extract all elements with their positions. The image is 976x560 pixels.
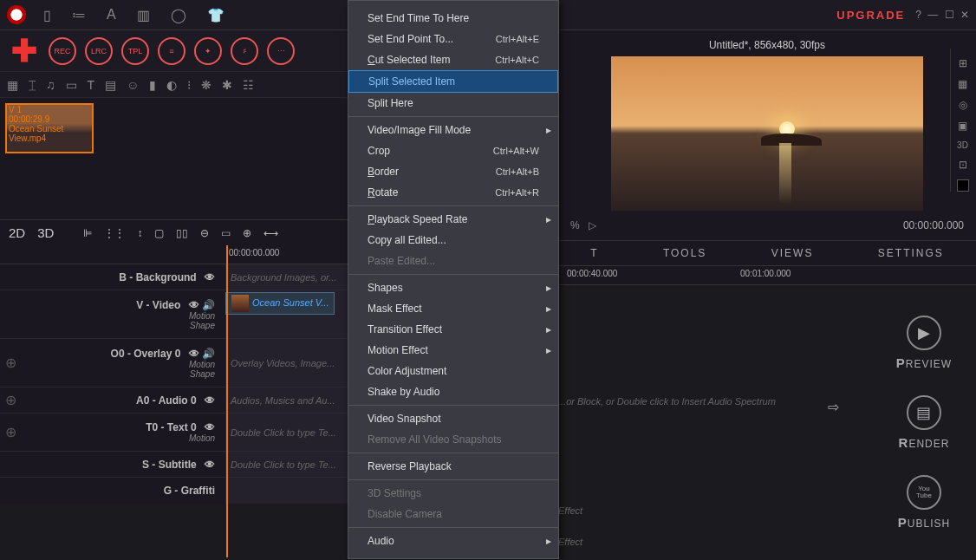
dots-icon[interactable]: ⁝ xyxy=(187,78,191,92)
tab-tools[interactable]: TOOLS xyxy=(663,247,706,259)
zoom-out-icon[interactable]: ⊖ xyxy=(200,227,209,239)
record-button[interactable]: REC xyxy=(49,37,76,65)
menu-item[interactable]: Reverse Playback xyxy=(348,456,558,477)
top-icon-group: ▯ ≔ A ▥ ◯ 👕 xyxy=(43,7,224,23)
media-thumbnail[interactable]: V 1 00:00:29.9 Ocean Sunset View.mp4 xyxy=(5,103,94,153)
layout-icon[interactable]: ▦ xyxy=(7,78,18,92)
dock-color-swatch[interactable] xyxy=(957,179,969,192)
menu-item[interactable]: Shake by Audio xyxy=(348,381,558,402)
dock-icon-1[interactable]: ⊞ xyxy=(959,57,967,69)
right-ruler[interactable]: 00:00:40.000 00:01:00.000 xyxy=(558,266,976,285)
tab-2d[interactable]: 2D xyxy=(9,225,25,240)
menu-item[interactable]: BorderCtrl+Alt+B xyxy=(348,161,558,182)
tab-views[interactable]: VIEWS xyxy=(771,247,814,259)
menu-item[interactable]: Video Snapshot xyxy=(348,408,558,429)
sparkle-button[interactable]: ✦ xyxy=(194,37,222,65)
menu-item[interactable]: Video/Image Fill Mode xyxy=(348,120,558,140)
audio-icon[interactable]: 🔊 xyxy=(202,299,215,311)
battery-icon[interactable]: ▮ xyxy=(149,78,156,92)
upgrade-link[interactable]: UPGRADE xyxy=(836,9,905,22)
menu-item[interactable]: Set End Point To...Ctrl+Alt+E xyxy=(348,29,558,49)
menu-item[interactable]: Split Selected Item xyxy=(348,70,558,93)
context-menu: Set End Time To HereSet End Point To...C… xyxy=(348,0,559,559)
menu-item[interactable]: Split Here xyxy=(348,93,558,114)
add-media-button[interactable]: ✚ xyxy=(7,34,42,68)
video-preview[interactable] xyxy=(611,56,923,211)
menu-item[interactable]: Color Adjustment xyxy=(348,361,558,381)
smile-icon[interactable]: ☺ xyxy=(127,78,139,92)
dock-icon-3[interactable]: ◎ xyxy=(959,99,967,111)
menu-item[interactable]: Copy all Edited... xyxy=(348,230,558,251)
thumb-name1: Ocean Sunset xyxy=(9,124,63,133)
playhead[interactable] xyxy=(226,245,228,557)
lyrics-button[interactable]: LRC xyxy=(85,37,113,65)
contrast-icon[interactable]: ◐ xyxy=(166,78,177,92)
maximize-button[interactable]: ☐ xyxy=(945,9,954,21)
tab-truncated[interactable]: T xyxy=(590,247,598,259)
dock-icon-2[interactable]: ▦ xyxy=(958,78,967,90)
overlay-hint-right[interactable]: ...or Block, or Double click to Insert A… xyxy=(558,396,776,407)
menu-item[interactable]: Mask Effect xyxy=(348,298,558,319)
search-icon[interactable]: ◯ xyxy=(171,7,186,23)
music-icon[interactable]: ♫ xyxy=(46,78,55,92)
visibility-icon[interactable]: 👁 xyxy=(205,271,215,283)
menu-item[interactable]: Shapes xyxy=(348,277,558,298)
updown-icon[interactable]: ↕ xyxy=(137,227,142,239)
align-left-icon[interactable]: ⊫ xyxy=(83,227,92,239)
crop-icon[interactable]: ▢ xyxy=(154,227,164,239)
minimize-button[interactable]: — xyxy=(927,9,938,21)
shirt-icon[interactable]: 👕 xyxy=(207,7,224,23)
list-icon[interactable]: ≔ xyxy=(72,7,86,23)
dock-icon-3d[interactable]: 3D xyxy=(957,140,968,150)
menu-item[interactable]: Motion Effect xyxy=(348,340,558,361)
menu-item[interactable]: Audio xyxy=(348,531,558,551)
adjust-icon[interactable]: ☷ xyxy=(243,78,254,92)
dock-icon-4[interactable]: ▣ xyxy=(958,120,967,132)
visibility-icon[interactable]: 👁 xyxy=(205,459,215,471)
expand-arrow-icon[interactable]: ⇨ xyxy=(828,399,839,415)
menu-item[interactable]: Cut Selected ItemCtrl+Alt+C xyxy=(348,49,558,70)
close-button[interactable]: ✕ xyxy=(960,9,969,21)
equalizer-button[interactable]: ♯ xyxy=(231,37,258,65)
fit-icon[interactable]: ⟷ xyxy=(264,227,278,239)
tab-3d[interactable]: 3D xyxy=(37,225,54,240)
text-a-icon[interactable]: A xyxy=(107,7,116,23)
film-icon[interactable]: ▭ xyxy=(66,78,77,92)
subtitle-hint-right[interactable]: Effect xyxy=(558,537,582,547)
visibility-icon[interactable]: 👁 xyxy=(189,348,199,360)
bookmark-icon[interactable]: ▯ xyxy=(43,7,51,23)
play-button[interactable]: ▷ xyxy=(589,219,596,231)
video-clip[interactable]: Ocean Sunset V... xyxy=(225,292,335,315)
camera-icon[interactable]: ⌶ xyxy=(29,78,36,92)
text-hint-right[interactable]: Effect xyxy=(558,505,582,516)
menu-item[interactable]: Set End Time To Here xyxy=(348,8,558,29)
split-icon[interactable]: ▯▯ xyxy=(176,227,188,239)
menu-item[interactable]: CropCtrl+Alt+W xyxy=(348,140,558,161)
audio-icon[interactable]: 🔊 xyxy=(202,348,215,360)
menu-item[interactable]: Transition Effect xyxy=(348,319,558,340)
card-icon[interactable]: ▤ xyxy=(105,78,116,92)
help-button[interactable]: ? xyxy=(915,9,921,21)
zoom-box-icon[interactable]: ▭ xyxy=(221,227,231,239)
zoom-in-icon[interactable]: ⊕ xyxy=(243,227,251,239)
action-column: ▶ PREVIEW ▤ RENDER YouTube PUBLISH xyxy=(872,285,976,560)
menu-item[interactable]: RotateCtrl+Alt+R xyxy=(348,182,558,203)
visibility-icon[interactable]: 👁 xyxy=(205,421,215,433)
publish-button[interactable]: YouTube PUBLISH xyxy=(898,475,950,530)
visibility-icon[interactable]: 👁 xyxy=(189,299,199,311)
extra-button[interactable]: ⋯ xyxy=(267,37,295,65)
puzzle-icon[interactable]: ✱ xyxy=(222,78,232,92)
flower-icon[interactable]: ❋ xyxy=(201,78,211,92)
grid-icon[interactable]: ⋮⋮ xyxy=(104,227,125,239)
tab-settings[interactable]: SETTINGS xyxy=(878,247,944,259)
youtube-icon: YouTube xyxy=(907,475,941,510)
list-circle-button[interactable]: ≡ xyxy=(158,37,185,65)
preview-button[interactable]: ▶ PREVIEW xyxy=(896,316,952,370)
menu-item[interactable]: Playback Speed Rate xyxy=(348,209,558,230)
template-button[interactable]: TPL xyxy=(121,37,149,65)
dock-icon-5[interactable]: ⊡ xyxy=(959,159,967,171)
text-icon[interactable]: T xyxy=(88,78,95,92)
columns-icon[interactable]: ▥ xyxy=(137,7,150,23)
render-button[interactable]: ▤ RENDER xyxy=(899,395,950,450)
visibility-icon[interactable]: 👁 xyxy=(205,394,215,407)
